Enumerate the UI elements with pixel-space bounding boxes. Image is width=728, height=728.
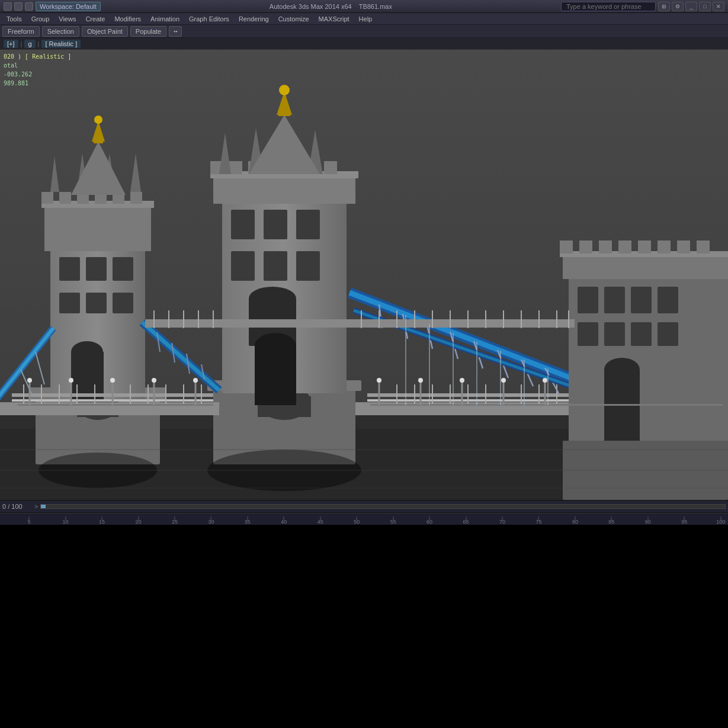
svg-rect-146 [145,319,228,328]
svg-rect-131 [631,322,652,346]
viewport-info-3: 989.881 [4,79,71,88]
close-icon[interactable]: ✕ [713,2,724,11]
svg-rect-47 [213,174,355,204]
svg-rect-37 [231,210,255,239]
menu-rendering[interactable]: Rendering [235,14,273,24]
svg-rect-50 [229,161,242,174]
viewport[interactable]: [+] | g | [ Realistic ] 020 ) [ Realisti… [0,38,728,500]
tool-freeform[interactable]: Freeform [2,26,40,37]
svg-rect-144 [697,240,710,254]
svg-rect-40 [231,251,255,281]
viewport-mode-label[interactable]: [ Realistic ] [41,40,81,48]
svg-rect-18 [41,192,53,204]
svg-rect-125 [578,287,598,313]
title-bar-icons: ⊞ ⚙ _ □ ✕ [658,2,724,11]
menu-group[interactable]: Group [27,14,54,24]
tool-object-paint[interactable]: Object Paint [82,26,128,37]
scrubber-track[interactable] [40,504,726,509]
menu-tools[interactable]: Tools [2,14,26,24]
svg-point-178 [193,378,198,383]
svg-rect-55 [324,161,337,174]
svg-point-134 [604,358,640,381]
svg-rect-12 [86,293,107,313]
svg-rect-23 [130,192,142,204]
svg-rect-127 [631,287,652,313]
svg-rect-10 [113,257,133,281]
svg-rect-133 [604,370,640,453]
svg-point-170 [27,378,32,383]
menu-views[interactable]: Views [54,14,80,24]
viewport-view-label[interactable]: g [24,40,35,48]
svg-rect-135 [563,254,728,279]
title-btn-3[interactable] [25,2,33,11]
app-title: Autodesk 3ds Max 2014 x64 TB861.max [103,3,559,10]
scrubber-arrow[interactable]: > [34,503,38,510]
svg-rect-8 [59,257,80,281]
svg-rect-126 [604,287,625,313]
svg-rect-132 [658,322,678,346]
svg-point-184 [460,378,464,383]
svg-rect-143 [677,240,690,254]
grid-icon[interactable]: ⊞ [658,2,670,11]
toolbar: Freeform Selection Object Paint Populate… [0,25,728,38]
svg-point-15 [71,341,103,363]
svg-rect-168 [370,404,723,406]
svg-rect-130 [604,322,625,346]
tool-populate[interactable]: Populate [130,26,166,37]
title-btn-2[interactable] [14,2,23,11]
svg-rect-39 [296,210,320,239]
menu-graph-editors[interactable]: Graph Editors [185,14,233,24]
tool-selection[interactable]: Selection [42,26,79,37]
menu-customize[interactable]: Customize [274,14,313,24]
search-input[interactable] [561,2,656,11]
svg-rect-63 [278,110,290,116]
viewport-info-2: -003.262 [4,70,71,79]
viewport-coord-label: 020 ) [ Realistic ] [4,52,71,61]
svg-rect-128 [658,287,678,313]
title-btn-1[interactable] [4,2,12,11]
viewport-plus-label[interactable]: [+] [4,40,18,48]
timeline-ruler[interactable]: 5 10 15 20 25 30 35 40 45 50 55 60 65 70… [0,513,728,525]
svg-rect-137 [560,240,573,254]
viewport-scene [0,38,728,500]
tool-icon-extra[interactable]: ▪▪ [169,26,182,37]
scrubber-bar: 0 / 100 > [0,500,728,513]
svg-point-44 [249,287,296,310]
svg-rect-38 [264,210,287,239]
svg-rect-13 [113,293,133,313]
menu-modifiers[interactable]: Modifiers [110,14,145,24]
svg-rect-9 [86,257,107,281]
svg-rect-42 [296,251,320,281]
menu-help[interactable]: Help [355,14,377,24]
workspace-selector[interactable]: Workspace: Default [36,2,101,11]
svg-rect-11 [59,293,80,313]
svg-rect-139 [599,240,612,254]
bottom-area [0,525,728,728]
svg-rect-147 [228,319,352,328]
svg-point-174 [110,378,115,383]
viewport-info: 020 ) [ Realistic ] otal -003.262 989.88… [4,52,71,88]
svg-point-186 [501,378,506,383]
svg-rect-167 [18,404,213,406]
svg-point-30 [94,116,102,124]
svg-rect-141 [638,240,651,254]
svg-rect-41 [264,251,287,281]
svg-rect-138 [579,240,592,254]
svg-rect-140 [618,240,631,254]
viewport-info-1: otal [4,61,71,70]
maximize-icon[interactable]: □ [699,2,711,11]
settings-icon[interactable]: ⚙ [672,2,684,11]
menu-bar: Tools Group Views Create Modifiers Anima… [0,13,728,25]
ruler-marks: 5 10 15 20 25 30 35 40 45 50 55 60 65 70… [0,514,728,525]
svg-rect-19 [59,192,71,204]
menu-create[interactable]: Create [81,14,109,24]
menu-maxscript[interactable]: MAXScript [315,14,354,24]
minimize-icon[interactable]: _ [685,2,697,11]
scrubber-thumb[interactable] [41,505,46,508]
svg-point-180 [377,378,381,383]
svg-rect-129 [578,322,598,346]
svg-point-62 [279,85,290,95]
menu-animation[interactable]: Animation [146,14,184,24]
svg-rect-31 [94,139,103,143]
svg-rect-153 [349,319,575,328]
